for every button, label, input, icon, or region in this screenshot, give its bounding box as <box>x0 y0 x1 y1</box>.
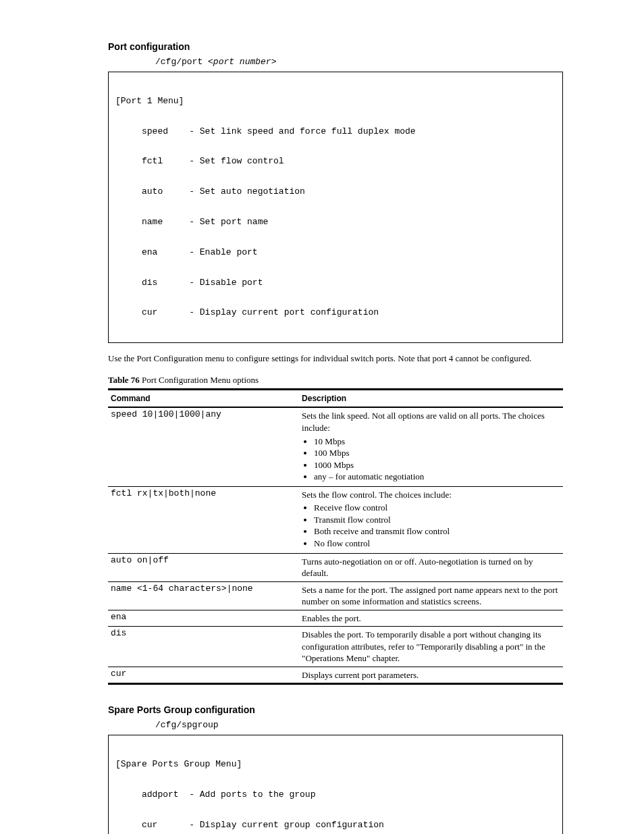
menu-line: [Spare Ports Group Menu] <box>115 760 556 770</box>
cmd-cell: dis <box>108 627 299 667</box>
list-item: Receive flow control <box>314 502 559 514</box>
list-item: No flow control <box>314 538 559 550</box>
list-item: 1000 Mbps <box>314 459 559 471</box>
desc-main: Sets the flow control. The choices inclu… <box>302 490 452 500</box>
desc-cell: Displays current port parameters. <box>299 667 563 684</box>
port-config-section: Port configuration /cfg/port <port numbe… <box>108 41 563 685</box>
desc-cell: Enables the port. <box>299 610 563 627</box>
desc-cell: Sets the link speed. Not all options are… <box>299 407 563 486</box>
cmd-cell: auto on|off <box>108 553 299 581</box>
menu-line: name - Set port name <box>115 217 556 228</box>
menu-line: cur - Display current port configuration <box>115 308 556 318</box>
menu-box-spgroup: [Spare Ports Group Menu] addport - Add p… <box>108 735 563 834</box>
menu-line: speed - Set link speed and force full du… <box>115 127 556 137</box>
cmd-cell: speed 10|100|1000|any <box>108 407 299 486</box>
col-header-description: Description <box>299 390 563 408</box>
cmd-path-port: /cfg/port <port number> <box>155 57 563 68</box>
table-row: cur Displays current port parameters. <box>108 667 563 684</box>
cmd-cell: name <1-64 characters>|none <box>108 581 299 610</box>
cmd-suffix: > <box>271 57 277 67</box>
menu-box-port: [Port 1 Menu] speed - Set link speed and… <box>108 72 563 343</box>
caption-text: Port Configuration Menu options <box>142 375 259 385</box>
list-item: 10 Mbps <box>314 436 559 448</box>
caption-prefix: Table 76 <box>108 375 142 385</box>
cmd-cell: fctl rx|tx|both|none <box>108 486 299 553</box>
table-row: auto on|off Turns auto-negotiation on or… <box>108 553 563 581</box>
section-title-port: Port configuration <box>108 41 563 53</box>
cmd-cell: ena <box>108 610 299 627</box>
list-item: Both receive and transmit flow control <box>314 525 559 538</box>
cmd-cell: cur <box>108 667 299 684</box>
table-row: fctl rx|tx|both|none Sets the flow contr… <box>108 486 563 553</box>
menu-line: [Port 1 Menu] <box>115 97 556 107</box>
cmd-path-spgroup: /cfg/spgroup <box>155 721 563 731</box>
desc-cell: Turns auto-negotiation on or off. Auto-n… <box>299 553 563 581</box>
table-row: ena Enables the port. <box>108 610 563 627</box>
section-title-spgroup: Spare Ports Group configuration <box>108 704 563 716</box>
table-row: dis Disables the port. To temporarily di… <box>108 627 563 667</box>
cmd-placeholder: port number <box>213 57 271 67</box>
menu-line: auto - Set auto negotiation <box>115 187 556 197</box>
desc-cell: Sets a name for the port. The assigned p… <box>299 581 563 610</box>
desc-bullets: Receive flow control Transmit flow contr… <box>302 502 559 549</box>
desc-main: Sets the link speed. Not all options are… <box>302 411 545 433</box>
port-options-table: Command Description speed 10|100|1000|an… <box>108 388 563 685</box>
menu-line: addport - Add ports to the group <box>115 790 556 800</box>
desc-cell: Disables the port. To temporarily disabl… <box>299 627 563 667</box>
table-row: speed 10|100|1000|any Sets the link spee… <box>108 407 563 486</box>
spgroup-config-section: Spare Ports Group configuration /cfg/spg… <box>108 704 563 834</box>
table-row: name <1-64 characters>|none Sets a name … <box>108 581 563 610</box>
menu-line: cur - Display current group configuratio… <box>115 820 556 831</box>
list-item: 100 Mbps <box>314 447 559 459</box>
intro-port: Use the Port Configuration menu to confi… <box>108 353 563 365</box>
list-item: any – for automatic negotiation <box>314 471 559 483</box>
desc-bullets: 10 Mbps 100 Mbps 1000 Mbps any – for aut… <box>302 436 559 483</box>
table-caption-port: Table 76 Port Configuration Menu options <box>108 374 563 386</box>
desc-cell: Sets the flow control. The choices inclu… <box>299 486 563 553</box>
menu-line: fctl - Set flow control <box>115 157 556 167</box>
col-header-command: Command <box>108 390 299 408</box>
menu-line: ena - Enable port <box>115 248 556 258</box>
menu-line: dis - Disable port <box>115 278 556 288</box>
list-item: Transmit flow control <box>314 514 559 526</box>
cmd-prefix: /cfg/port < <box>155 57 213 67</box>
